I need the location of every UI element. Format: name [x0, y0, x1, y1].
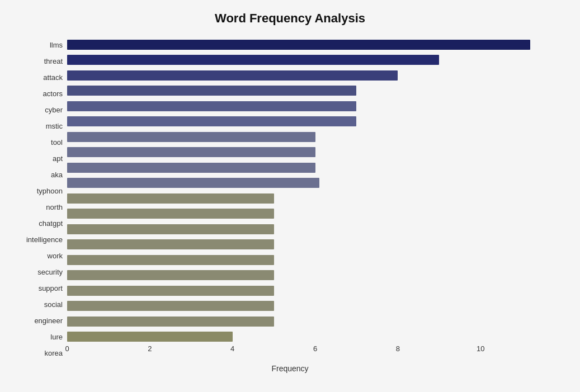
bar-chatgpt	[67, 209, 274, 219]
bar-korea	[67, 332, 233, 342]
x-axis-title: Frequency	[17, 364, 563, 373]
bar-north	[67, 193, 274, 204]
bar-row	[67, 315, 563, 328]
y-label: chatgpt	[39, 220, 63, 227]
y-label: actors	[43, 90, 63, 97]
bar-row	[67, 238, 563, 251]
bar-security	[67, 255, 274, 265]
y-label: threat	[44, 58, 63, 65]
bar-row	[67, 69, 563, 82]
bar-row	[67, 269, 563, 281]
y-label: typhoon	[37, 187, 63, 195]
bar-aka	[67, 163, 315, 173]
bar-row	[67, 131, 563, 143]
bar-cyber	[67, 101, 356, 111]
y-label: mstic	[46, 122, 63, 130]
y-label: work	[48, 252, 63, 259]
bar-apt	[67, 147, 315, 157]
bar-row	[67, 207, 563, 220]
bar-row	[67, 223, 563, 235]
bar-row	[67, 84, 563, 97]
chart-area: llmsthreatattackactorscybermstictoolapta…	[17, 37, 563, 361]
chart-title: Word Frequency Analysis	[17, 11, 563, 26]
y-label: support	[39, 285, 63, 292]
bar-tool	[67, 132, 315, 142]
bar-row	[67, 177, 563, 189]
bar-mstic	[67, 116, 356, 126]
y-label: engineer	[34, 317, 63, 324]
bar-row	[67, 300, 563, 312]
bar-row	[67, 100, 563, 112]
bar-row	[67, 192, 563, 205]
bar-support	[67, 270, 274, 280]
bar-actors	[67, 86, 356, 96]
bar-row	[67, 285, 563, 297]
bar-intelligence	[67, 224, 274, 234]
bar-row	[67, 162, 563, 174]
bar-work	[67, 239, 274, 249]
bar-typhoon	[67, 178, 319, 188]
y-label: cyber	[45, 106, 63, 114]
bar-threat	[67, 55, 439, 65]
y-label: tool	[51, 139, 63, 146]
bar-lure	[67, 317, 274, 327]
y-label: social	[44, 301, 63, 308]
bars-area	[67, 37, 563, 361]
y-label: north	[46, 204, 63, 211]
y-label: korea	[44, 350, 63, 357]
bar-social	[67, 286, 274, 296]
y-label: lure	[50, 333, 63, 341]
bar-row	[67, 115, 563, 127]
bars-and-grid: 0246810	[67, 37, 563, 361]
bar-engineer	[67, 301, 274, 311]
bar-attack	[67, 70, 398, 81]
y-label: llms	[50, 41, 63, 49]
bar-row	[67, 254, 563, 266]
bar-llms	[67, 40, 530, 50]
y-label: apt	[53, 155, 63, 162]
bar-row	[67, 39, 563, 51]
y-label: attack	[43, 74, 63, 81]
chart-container: Word Frequency Analysis llmsthreatattack…	[0, 0, 580, 392]
bar-row	[67, 330, 563, 343]
y-label: security	[37, 268, 63, 276]
y-label: aka	[51, 171, 63, 178]
bar-row	[67, 146, 563, 158]
y-label: intelligence	[26, 236, 63, 243]
bar-row	[67, 54, 563, 66]
y-axis: llmsthreatattackactorscybermstictoolapta…	[17, 37, 67, 361]
